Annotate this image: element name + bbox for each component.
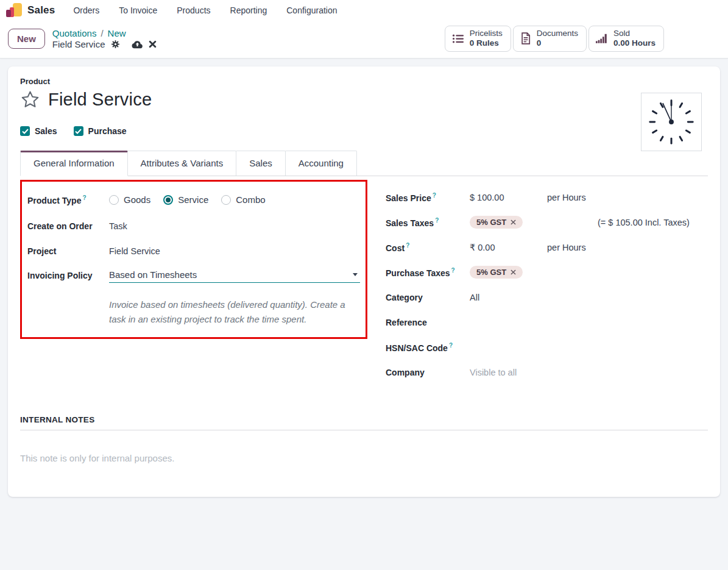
cost-uom: per Hours [547, 243, 586, 252]
reference-label: Reference [386, 318, 470, 327]
save-cloud-icon[interactable] [132, 40, 143, 49]
category-value[interactable]: All [470, 293, 479, 302]
radio-service[interactable]: Service [163, 194, 208, 205]
internal-notes-section: INTERNAL NOTES This note is only for int… [20, 415, 708, 463]
menu-products[interactable]: Products [177, 3, 210, 18]
sales-price-uom: per Hours [547, 193, 586, 202]
purchase-taxes-label: Purchase Taxes? [386, 267, 470, 278]
discard-x-icon[interactable] [149, 40, 157, 48]
remove-tag-icon[interactable] [511, 219, 516, 225]
cost-label: Cost? [386, 242, 470, 253]
tab-sales[interactable]: Sales [236, 151, 286, 176]
main-menu: Orders To Invoice Products Reporting Con… [73, 3, 337, 18]
sales-checkbox-label: Sales [35, 126, 57, 136]
record-name: Field Service [52, 39, 105, 49]
product-form-card: Product Field Service Sales [8, 66, 720, 497]
help-question-mark: ? [406, 242, 409, 249]
internal-notes-input[interactable]: This note is only for internal purposes. [20, 453, 708, 463]
sold-value: 0.00 Hours [613, 38, 656, 48]
top-nav: Sales Orders To Invoice Products Reporti… [0, 0, 728, 20]
invoicing-policy-help-text: Invoice based on timesheets (delivered q… [109, 297, 360, 326]
help-question-mark: ? [82, 194, 86, 201]
purchase-tax-tag[interactable]: 5% GST [470, 266, 523, 279]
menu-reporting[interactable]: Reporting [230, 3, 267, 18]
radio-goods[interactable]: Goods [109, 194, 150, 205]
form-left-column: Product Type? Goods Service [20, 180, 367, 385]
sales-price-value[interactable]: $ 100.00 [470, 193, 547, 202]
create-on-order-value[interactable]: Task [109, 221, 127, 231]
product-title[interactable]: Field Service [48, 90, 152, 110]
control-panel: New Quotations / New Field Service [0, 20, 728, 59]
content-area: Product Field Service Sales [0, 59, 728, 497]
radio-circle-selected [163, 195, 173, 205]
new-button[interactable]: New [8, 29, 45, 49]
product-image-clock[interactable] [641, 93, 702, 151]
documents-value: 0 [537, 38, 578, 48]
radio-circle-unselected [221, 195, 231, 205]
purchase-checkbox-label: Purchase [88, 126, 127, 136]
company-value[interactable]: Visible to all [470, 368, 517, 377]
radio-circle-unselected [109, 195, 119, 205]
project-label: Project [27, 246, 109, 256]
sales-price-label: Sales Price? [386, 192, 470, 203]
pricelists-label: Pricelists [470, 29, 503, 38]
smart-buttons: Pricelists 0 Rules Documents 0 [445, 26, 664, 52]
help-question-mark: ? [435, 217, 439, 224]
tab-accounting[interactable]: Accounting [285, 151, 357, 176]
logo-bar-yellow [13, 3, 22, 16]
menu-orders[interactable]: Orders [73, 3, 99, 18]
odoo-app-logo[interactable] [6, 3, 22, 18]
notebook-tabs: General Information Attributes & Variant… [20, 151, 708, 176]
sold-button[interactable]: Sold 0.00 Hours [588, 26, 664, 52]
checkmark-icon [74, 126, 83, 136]
pricelists-value: 0 Rules [470, 38, 503, 48]
chevron-down-icon [353, 273, 358, 276]
tab-attributes-variants[interactable]: Attributes & Variants [127, 151, 237, 176]
product-type-label: Product Type? [27, 194, 109, 205]
clock-icon [643, 95, 699, 149]
notes-divider [20, 430, 708, 430]
project-value[interactable]: Field Service [109, 246, 160, 256]
menu-to-invoice[interactable]: To Invoice [119, 3, 157, 18]
highlight-red-box: Product Type? Goods Service [20, 180, 367, 339]
category-label: Category [386, 293, 470, 302]
incl-taxes-note: (= $ 105.00 Incl. Taxes) [598, 218, 690, 227]
internal-notes-header: INTERNAL NOTES [20, 415, 708, 424]
breadcrumb: Quotations / New Field Service [52, 28, 157, 49]
sold-label: Sold [613, 29, 656, 38]
checkmark-icon [20, 126, 30, 136]
help-question-mark: ? [449, 342, 453, 349]
purchase-checkbox[interactable]: Purchase [74, 126, 127, 136]
product-type-radio-group: Goods Service Combo [109, 194, 266, 205]
create-on-order-label: Create on Order [27, 221, 109, 231]
cost-value[interactable]: ₹ 0.00 [470, 243, 547, 252]
documents-label: Documents [537, 29, 578, 38]
sales-checkbox[interactable]: Sales [20, 126, 57, 136]
gear-icon[interactable] [111, 40, 120, 49]
breadcrumb-new[interactable]: New [108, 28, 126, 38]
document-icon [520, 32, 531, 45]
pricelist-list-icon [452, 34, 464, 44]
documents-button[interactable]: Documents 0 [513, 26, 587, 52]
remove-tag-icon[interactable] [511, 269, 516, 275]
form-right-column: Sales Price? $ 100.00 per Hours Sales Ta… [367, 180, 708, 385]
product-field-label: Product [20, 77, 708, 86]
company-label: Company [386, 368, 470, 377]
invoicing-policy-select[interactable]: Based on Timesheets [109, 268, 360, 283]
app-name[interactable]: Sales [27, 4, 55, 16]
sales-taxes-label: Sales Taxes? [386, 217, 470, 228]
logo-bar-purple [6, 10, 11, 17]
invoicing-policy-label: Invoicing Policy [27, 271, 109, 280]
breadcrumb-quotations[interactable]: Quotations [52, 28, 97, 38]
radio-combo[interactable]: Combo [221, 194, 265, 205]
help-question-mark: ? [451, 267, 455, 274]
pricelists-button[interactable]: Pricelists 0 Rules [445, 26, 511, 52]
breadcrumb-separator: / [101, 28, 103, 38]
hsn-sac-code-label: HSN/SAC Code? [386, 342, 470, 353]
tab-general-information[interactable]: General Information [20, 151, 128, 176]
menu-configuration[interactable]: Configuration [286, 3, 337, 18]
sales-tax-tag[interactable]: 5% GST [470, 216, 523, 229]
favorite-star-icon[interactable] [20, 90, 40, 110]
help-question-mark: ? [433, 192, 436, 199]
signal-bars-icon [596, 33, 608, 44]
